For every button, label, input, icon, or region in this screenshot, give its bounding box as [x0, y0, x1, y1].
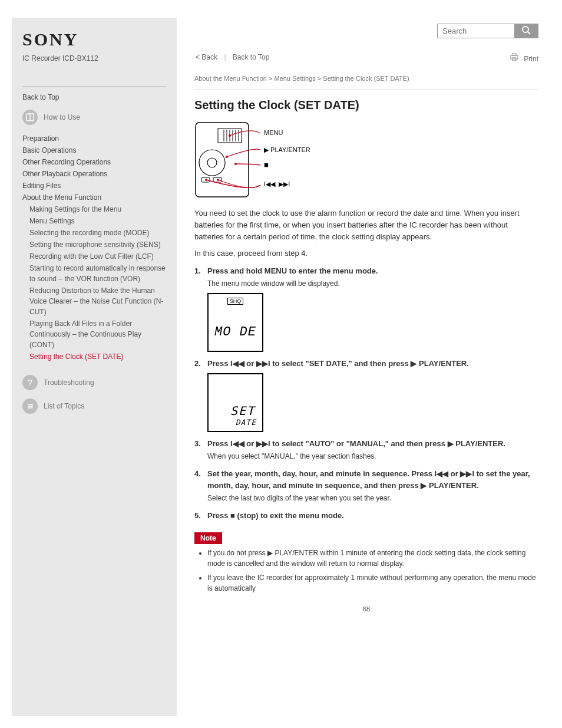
step-1: 1. Press and hold MENU to enter the menu…	[194, 265, 538, 289]
prev-icon: I◀◀	[230, 359, 244, 368]
toc-leaf[interactable]: Starting to record automatically in resp…	[29, 263, 166, 284]
toc-item[interactable]: Basic Operations	[22, 145, 166, 156]
intro-text: You need to set the clock to use the ala…	[194, 207, 538, 243]
lcd-screen-mode: SHQ MO DE	[207, 293, 263, 352]
next-icon: ▶▶I	[256, 359, 270, 368]
svg-text:I◀◀, ▶▶I: I◀◀, ▶▶I	[264, 180, 290, 187]
play-icon: ▶	[448, 439, 454, 448]
step-3: 3. Press I◀◀ or ▶▶I to select "AUTO" or …	[194, 438, 538, 462]
page-title: Setting the Clock (SET DATE)	[194, 98, 538, 112]
svg-rect-8	[513, 54, 516, 55]
prev-icon: I◀◀	[435, 469, 449, 478]
brand-logo: SONY	[22, 29, 166, 50]
toc-leaf[interactable]: Setting the microphone sensitivity (SENS…	[29, 239, 166, 250]
note-item: If you do not press ▶ PLAY/ENTER within …	[207, 548, 538, 569]
next-icon: ▶▶I	[460, 469, 474, 478]
breadcrumb: About the Menu Function > Menu Settings …	[194, 74, 538, 90]
how-to-use-row[interactable]: How to Use	[22, 110, 166, 125]
print-button[interactable]: Print	[510, 53, 538, 63]
svg-line-6	[528, 32, 530, 34]
toolbar: < Back | Back to Top Print	[194, 53, 538, 67]
prev-icon: I◀◀	[230, 439, 244, 448]
step-2: 2. Press I◀◀ or ▶▶I to select "SET DATE,…	[194, 358, 538, 370]
question-icon: ?	[22, 375, 38, 390]
model-label: IC Recorder ICD-BX112	[22, 54, 166, 62]
toc-leaf[interactable]: Playing Back All Files in a Folder Conti…	[29, 318, 166, 350]
toc-item[interactable]: Editing Files	[22, 180, 166, 191]
notes-list: If you do not press ▶ PLAY/ENTER within …	[207, 548, 538, 594]
table-of-contents: Preparation Basic Operations Other Recor…	[22, 133, 166, 362]
svg-rect-10	[196, 123, 249, 197]
lcd-screen-setdate: SET DATE	[207, 373, 263, 432]
toc-item[interactable]: Other Playback Operations	[22, 169, 166, 179]
step-4: 4. Set the year, month, day, hour, and m…	[194, 468, 538, 504]
svg-point-5	[523, 27, 528, 32]
next-icon: ▶▶I	[256, 439, 270, 448]
play-icon: ▶	[421, 481, 427, 490]
back-to-top-label[interactable]: Back to Top	[22, 86, 166, 101]
toc-item[interactable]: Other Recording Operations	[22, 157, 166, 167]
toc-leaf[interactable]: Reducing Distortion to Make the Human Vo…	[29, 285, 166, 317]
toc-leaf[interactable]: Selecting the recording mode (MODE)	[29, 228, 166, 238]
list-topics-row[interactable]: List of Topics	[22, 398, 166, 414]
note-label: Note	[194, 532, 222, 544]
toc-item[interactable]: Preparation	[22, 133, 166, 144]
search-icon	[521, 25, 531, 35]
main-content: < Back | Back to Top Print About the Men…	[177, 18, 538, 716]
troubleshooting-row[interactable]: ? Troubleshooting	[22, 375, 166, 390]
intro-text-2: In this case, proceed from step 4.	[194, 248, 538, 259]
sidebar: SONY IC Recorder ICD-BX112 Back to Top H…	[12, 18, 177, 716]
svg-text:■: ■	[264, 160, 269, 169]
page-number: 68	[194, 605, 538, 612]
back-to-top-link[interactable]: Back to Top	[233, 53, 269, 61]
printer-icon	[510, 54, 521, 63]
svg-point-22	[229, 134, 231, 137]
search-button[interactable]	[514, 24, 538, 38]
svg-rect-7	[511, 55, 518, 59]
device-diagram: MENU ▶ PLAY/ENTER ■ I◀◀, ▶▶I	[194, 121, 300, 198]
svg-point-26	[217, 179, 219, 181]
list-icon	[22, 398, 38, 414]
svg-point-25	[205, 179, 207, 181]
step-5: 5. Press ■ (stop) to exit the menu mode.	[194, 510, 538, 522]
book-icon	[22, 110, 38, 125]
note-item: If you leave the IC recorder for approxi…	[207, 572, 538, 594]
stop-icon: ■	[230, 511, 235, 520]
toc-item[interactable]: About the Menu Function	[22, 192, 166, 203]
svg-text:▶ PLAY/ENTER: ▶ PLAY/ENTER	[264, 146, 310, 153]
svg-point-23	[226, 156, 228, 158]
toc-leaf[interactable]: Recording with the Low Cut Filter (LCF)	[29, 251, 166, 262]
toc-sub-item[interactable]: Making Settings for the Menu	[29, 204, 166, 215]
play-icon: ▶	[267, 549, 273, 557]
svg-text:MENU: MENU	[264, 129, 283, 136]
svg-point-24	[234, 163, 237, 165]
play-icon: ▶	[411, 359, 416, 368]
search-input[interactable]	[438, 24, 514, 38]
toc-sub-item[interactable]: Menu Settings	[29, 216, 166, 226]
back-link[interactable]: < Back	[196, 53, 217, 61]
search-bar	[437, 24, 538, 38]
toc-leaf-active[interactable]: Setting the Clock (SET DATE)	[29, 351, 166, 362]
